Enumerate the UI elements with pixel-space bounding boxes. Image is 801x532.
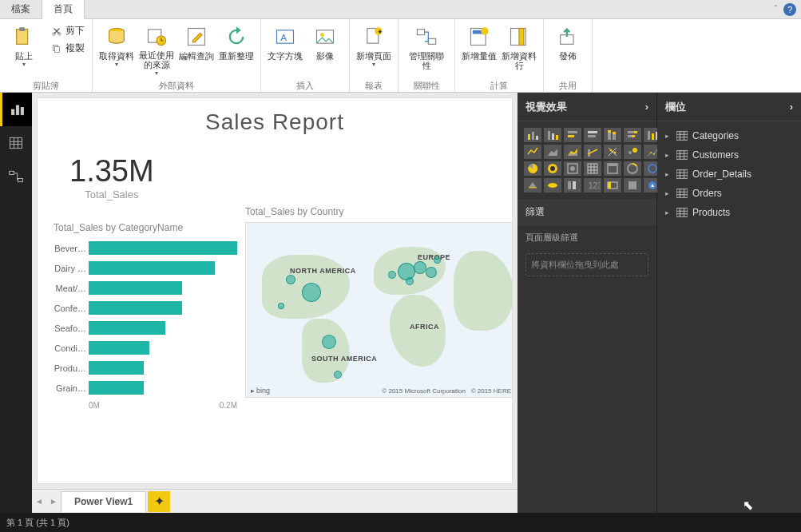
viz-type-button[interactable] [524,178,541,193]
page-prev-button[interactable]: ◄ [32,497,46,506]
viz-type-button[interactable] [584,128,601,142]
svg-rect-34 [548,131,550,140]
tab-file[interactable]: 檔案 [0,0,42,18]
viz-type-button[interactable] [604,128,621,142]
group-label: 共用 [559,78,577,93]
field-table[interactable]: ▸Orders [657,184,801,203]
svg-rect-5 [55,46,60,52]
xaxis-tick: 0.2M [220,401,237,410]
manage-relations-button[interactable]: 管理關聯性 [403,22,450,78]
bar-row[interactable]: Seafo… [54,318,237,338]
data-view-button[interactable] [0,126,32,160]
viz-type-button[interactable] [544,145,561,159]
filter-section-header[interactable]: 篩選 [517,199,656,225]
field-table[interactable]: ▸Order_Details [657,165,801,184]
view-switcher [0,93,32,513]
viz-type-button[interactable] [624,161,641,176]
viz-type-button[interactable] [604,145,621,159]
kpi-value: 1.35M [69,154,154,189]
bar-row[interactable]: Meat/… [54,278,237,298]
group-label: 剪貼簿 [33,78,59,93]
model-view-button[interactable] [0,160,32,193]
viz-type-button[interactable] [624,178,641,193]
cut-button[interactable]: 剪下 [48,22,87,39]
add-page-button[interactable]: ✦ [148,491,170,512]
map-label: SOUTH AMERICA [311,355,377,363]
help-icon[interactable]: ? [783,3,796,16]
svg-rect-1 [19,27,25,31]
image-button[interactable]: 影像 [306,22,344,78]
bar-row[interactable]: Produ… [54,358,237,378]
publish-button[interactable]: 發佈 [549,22,587,78]
bar-category: Confe… [54,304,89,313]
viz-type-button[interactable] [544,128,561,142]
viz-type-button[interactable] [624,128,641,142]
new-column-button[interactable]: 新增資料行 [500,22,538,78]
textbox-button[interactable]: A文字方塊 [266,22,304,78]
recent-sources-button[interactable]: 最近使用的來源▾ [137,22,176,78]
viz-type-button[interactable] [544,161,561,176]
report-canvas[interactable]: Sales Report 1.35M Total_Sales Total_Sal… [37,97,513,484]
chevron-right-icon: ▸ [665,132,672,140]
viz-type-button[interactable] [584,145,601,159]
field-table-name: Customers [692,149,739,161]
viz-type-button[interactable] [564,128,581,142]
svg-rect-30 [18,179,23,182]
field-table[interactable]: ▸Categories [657,126,801,145]
svg-rect-75 [676,132,688,141]
svg-rect-79 [676,208,688,217]
paste-button[interactable]: 貼上 ▾ [5,22,43,78]
viz-type-button[interactable] [524,161,541,176]
viz-type-button[interactable] [564,178,581,193]
viz-type-button[interactable] [624,145,641,159]
viz-type-button[interactable] [524,128,541,142]
edit-query-button[interactable]: 編輯查詢 [177,22,216,78]
fields-pane-header[interactable]: 欄位› [657,93,801,121]
viz-type-button[interactable] [604,161,621,176]
viz-type-button[interactable] [564,145,581,159]
field-table[interactable]: ▸Products [657,203,801,222]
table-icon [676,131,688,141]
report-view-button[interactable] [0,93,32,126]
kpi-card[interactable]: 1.35M Total_Sales [69,154,154,200]
svg-rect-63 [588,164,597,173]
svg-point-53 [610,149,613,152]
svg-rect-69 [573,181,576,189]
bar-row[interactable]: Dairy … [54,258,237,278]
viz-type-button[interactable] [584,161,601,176]
xaxis-tick: 0M [89,401,100,410]
refresh-button[interactable]: 重新整理 [217,22,256,78]
collapse-ribbon-icon[interactable]: ˆ [775,5,777,14]
viz-type-button[interactable] [564,161,581,176]
svg-text:✦: ✦ [377,28,383,36]
field-table[interactable]: ▸Customers [657,145,801,165]
page-tab[interactable]: Power View1 [61,491,146,512]
tab-home[interactable]: 首頁 [42,0,85,19]
viz-type-button[interactable] [524,145,541,159]
viz-type-button[interactable] [604,178,621,193]
get-data-button[interactable]: 取得資料▾ [97,22,136,78]
new-measure-button[interactable]: 新增量值 [460,22,498,78]
map-visual[interactable]: Total_Sales by Country NORTH AMERICA SOU… [245,206,513,398]
copy-button[interactable]: 複製 [48,40,87,57]
visualizations-pane: 視覺效果› 123 篩選 頁面層級篩選 將資料欄位拖曳到此處 [517,93,657,513]
svg-rect-40 [588,135,596,137]
ribbon-group-calc: 新增量值 新增資料行 計算 [455,19,544,92]
svg-rect-25 [11,109,14,115]
viz-type-button[interactable] [544,178,561,193]
bar-chart[interactable]: Total_Sales by CategoryName Bever…Dairy … [54,222,237,410]
bar-row[interactable]: Confe… [54,298,237,318]
new-page-button[interactable]: ✦新增頁面▾ [355,22,393,78]
svg-rect-28 [10,137,22,148]
bar-row[interactable]: Condi… [54,338,237,358]
bar-row[interactable]: Grain… [54,378,237,398]
group-label: 外部資料 [159,78,194,93]
table-icon [676,208,688,217]
viz-pane-header[interactable]: 視覺效果› [517,93,656,121]
bar-row[interactable]: Bever… [54,238,237,258]
page-next-button[interactable]: ► [46,497,61,506]
filter-drop-zone[interactable]: 將資料欄位拖曳到此處 [525,253,648,276]
map-box[interactable]: NORTH AMERICA SOUTH AMERICA EUROPE AFRIC… [245,222,513,398]
viz-type-button[interactable]: 123 [584,178,601,193]
svg-rect-50 [652,133,654,140]
